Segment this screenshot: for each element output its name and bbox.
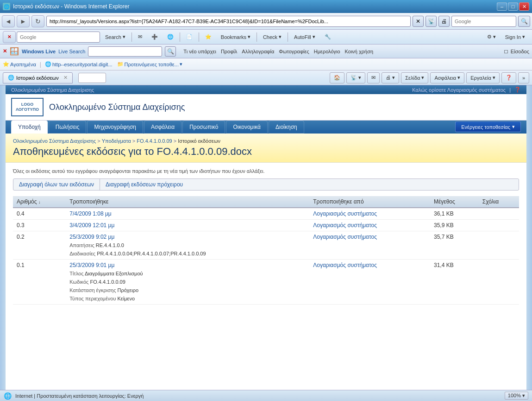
main-area: Ολοκληρωμένο Σύστημα Διαχείρισης Καλώς ο… <box>0 85 532 390</box>
delete-draft-link[interactable]: Διαγραφή εκδόσεων πρόχειρου <box>100 179 188 190</box>
modified-link[interactable]: 25/3/2009 9:02 μμ <box>69 234 114 240</box>
maximize-button[interactable]: □ <box>508 2 518 11</box>
col-modified: Τροποποιήθηκε <box>66 196 309 208</box>
mail-page-button[interactable]: ✉ <box>367 72 380 83</box>
livesearch-search-input[interactable] <box>88 46 162 57</box>
search-icon: 🔍 <box>167 48 174 55</box>
page-tab[interactable]: 🌐 Ιστορικό εκδόσεων ✕ <box>3 72 73 83</box>
tab-close-icon[interactable]: ✕ <box>63 75 68 81</box>
print-button[interactable]: 🖨 <box>438 16 450 27</box>
delete-all-link[interactable]: Διαγραφή όλων των εκδόσεων <box>13 179 100 190</box>
tab-mixanografisi[interactable]: Μηχανογράφηση <box>87 121 143 134</box>
favorites-item-0[interactable]: ⭐ Αγαπημένα <box>3 61 36 67</box>
modified-by-link[interactable]: Λογαριασμός συστήματος <box>313 234 377 240</box>
cell-size: 31,4 KB <box>430 260 479 305</box>
wrench-button[interactable]: 🔧 <box>320 31 335 43</box>
help-icon[interactable]: ❓ <box>514 87 521 93</box>
check-arrow: ▾ <box>279 34 282 40</box>
breadcrumb-part-0[interactable]: Ολοκληρωμένο Σύστημα Διαχείρισης <box>13 138 96 144</box>
mail-button[interactable]: ✉ <box>134 31 146 43</box>
col-modified-by: Τροποποιήθηκε από <box>309 196 430 208</box>
site-actions-button[interactable]: Ενέργειες τοποθεσίας ▾ <box>455 121 521 132</box>
rss-page-button[interactable]: 📡 ▾ <box>346 72 365 83</box>
table-row: 0.225/3/2009 9:02 μμΑπαιτήσεις RE.4.4.1.… <box>13 231 519 260</box>
signin-button[interactable]: Sign In ▾ <box>501 31 529 43</box>
livesearch-search-button[interactable]: 🔍 <box>165 46 176 57</box>
print-page-button[interactable]: 🖨 ▾ <box>382 72 399 83</box>
earth-button[interactable]: 🌐 <box>163 31 178 43</box>
cell-modified-by: Λογαριασμός συστήματος <box>309 231 430 260</box>
cell-version: 0.4 <box>13 208 66 220</box>
left-sidebar <box>0 85 6 390</box>
modified-link[interactable]: 7/4/2009 1:08 μμ <box>69 210 112 217</box>
back-button[interactable]: ◄ <box>2 15 15 27</box>
cell-comments <box>479 231 519 260</box>
favorites-item-2[interactable]: 📁 Προτεινόμενες τοποθε... ▾ <box>117 61 182 67</box>
modified-by-link[interactable]: Λογαριασμός συστήματος <box>313 222 377 229</box>
refresh-button[interactable]: ↻ <box>31 15 44 27</box>
nav-link-1[interactable]: Προφίλ <box>221 49 237 54</box>
tools-label: Εργαλεία <box>470 75 491 81</box>
sort-arrow-icon[interactable]: ↓ <box>38 200 41 204</box>
tab-asfalia[interactable]: Ασφάλεια <box>144 121 182 134</box>
search-button[interactable]: Search ▾ <box>101 31 130 43</box>
bookmarks-button[interactable]: Bookmarks ▾ <box>217 31 255 43</box>
search-button[interactable]: 🔍 <box>518 16 530 27</box>
nav-tabs: Υποδοχή Πωλήσεις Μηχανογράφηση Ασφάλεια … <box>6 121 526 134</box>
nav-link-3[interactable]: Φωτογραφίες <box>279 49 309 54</box>
minimize-button[interactable]: – <box>497 2 507 11</box>
page-subtitle: Όλες οι εκδόσεις αυτού του εγγράφου αναγ… <box>13 168 519 174</box>
tab-ypodoxe[interactable]: Υποδοχή <box>11 121 48 134</box>
autofill-label: AutoFill <box>294 34 311 40</box>
tab-prosopikoú[interactable]: Προσωπικό <box>182 121 225 134</box>
home-button[interactable]: 🏠 <box>330 72 344 83</box>
help-button[interactable]: ❓ <box>501 72 516 83</box>
livesearch-bar: ✕ 🪟 Windows Live Live Search 🔍 Τι νέο υπ… <box>0 45 532 58</box>
nav-link-0[interactable]: Τι νέο υπάρχει <box>183 49 216 54</box>
eisodos-link[interactable]: Είσοδος <box>511 49 529 54</box>
zoom-button[interactable]: 100% ▾ <box>505 392 528 400</box>
col-comments: Σχόλια <box>479 196 519 208</box>
window-controls[interactable]: – □ ✕ <box>497 2 529 11</box>
right-scrollbar[interactable] <box>526 85 532 390</box>
tab-poliseis[interactable]: Πωλήσεις <box>49 121 87 134</box>
close-button[interactable]: ✕ <box>519 2 529 11</box>
forward-button[interactable]: ► <box>17 15 30 27</box>
modified-link[interactable]: 3/4/2009 12:01 μμ <box>69 222 114 229</box>
stop-button[interactable]: ✕ <box>413 16 424 27</box>
rss-button[interactable]: 📡 <box>426 16 437 27</box>
star-button[interactable]: ⭐ <box>201 31 216 43</box>
check-button[interactable]: Check ▾ <box>259 31 286 43</box>
livesearch-close-button[interactable]: ✕ <box>3 48 7 54</box>
search-input[interactable] <box>451 16 516 27</box>
nav-link-4[interactable]: Ημερολόγιο <box>314 49 340 54</box>
modified-link[interactable]: 25/3/2009 9:01 μμ <box>69 262 114 268</box>
extra-row: Κωδικός FO.4.4.1.0.0.09 <box>69 279 306 285</box>
nav-link-5[interactable]: Κοινή χρήση <box>345 49 374 54</box>
settings-button[interactable]: ⚙ ▾ <box>483 31 500 43</box>
autofill-button[interactable]: AutoFill ▾ <box>290 31 319 43</box>
tools-button[interactable]: Εργαλεία ▾ <box>466 72 500 83</box>
breadcrumb-part-2[interactable]: FO.4.4.1.0.0.09 <box>137 138 172 144</box>
page-button[interactable]: 📄 <box>182 31 197 43</box>
breadcrumb-part-1[interactable]: Υποδείγματα <box>102 138 131 144</box>
modified-by-link[interactable]: Λογαριασμός συστήματος <box>313 262 377 268</box>
page-toolbar-right: 🏠 📡 ▾ ✉ 🖨 ▾ Σελίδα ▾ Ασφάλεια ▾ Εργαλεία… <box>330 72 529 83</box>
more-button[interactable]: » <box>518 72 529 83</box>
nav-link-2[interactable]: Αλληλογραφία <box>242 49 274 54</box>
page-menu-button[interactable]: Σελίδα ▾ <box>401 72 428 83</box>
google-search-input[interactable] <box>17 32 100 43</box>
google-close-button[interactable]: ✕ <box>3 31 16 43</box>
address-bar[interactable] <box>46 16 411 27</box>
tab-globe-icon: 🌐 <box>8 75 14 81</box>
tab-dioikisi[interactable]: Διοίκηση <box>269 121 304 134</box>
livesearch-nav-links: Τι νέο υπάρχει Προφίλ Αλληλογραφία Φωτογ… <box>183 49 373 54</box>
tab-oikonomika[interactable]: Οικονομικά <box>226 121 268 134</box>
safety-button[interactable]: Ασφάλεια ▾ <box>430 72 464 83</box>
favorites-item-1[interactable]: 🌐 http--esecurityportal.digit... <box>45 61 113 67</box>
modified-by-link[interactable]: Λογαριασμός συστήματος <box>313 210 377 217</box>
page-search-input[interactable] <box>78 73 106 83</box>
status-bar: 🌐 Internet | Προστατευμένη κατάσταση λει… <box>0 390 532 401</box>
page-toolbar: 🌐 Ιστορικό εκδόσεων ✕ 🏠 📡 ▾ ✉ 🖨 ▾ Σελίδα… <box>0 70 532 85</box>
plus-button[interactable]: ➕ <box>147 31 162 43</box>
